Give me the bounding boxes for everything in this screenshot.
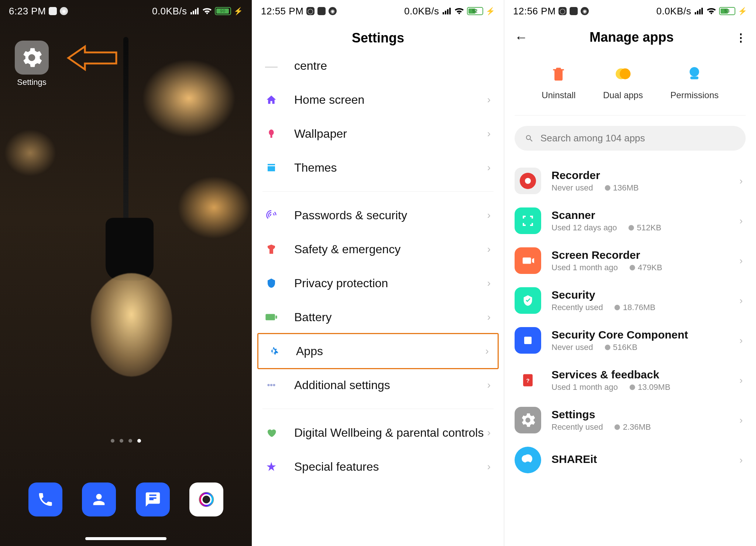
- charging-icon: ⚡: [234, 7, 243, 16]
- chevron-right-icon: ›: [487, 94, 491, 106]
- svg-point-7: [273, 384, 275, 386]
- app-row[interactable]: SecurityRecently used18.76MB›: [504, 281, 756, 320]
- settings-row-special[interactable]: Special features›: [252, 450, 504, 484]
- wifi-icon: [454, 7, 464, 15]
- safety-icon: [262, 240, 280, 258]
- app-icon: [515, 447, 541, 473]
- more-menu-button[interactable]: ⋮: [735, 31, 746, 44]
- chevron-right-icon: ›: [739, 335, 743, 346]
- settings-row-home[interactable]: Home screen›: [252, 83, 504, 117]
- app-name: Services & feedback: [551, 368, 739, 381]
- back-button[interactable]: ←: [515, 30, 528, 45]
- settings-row-themes[interactable]: Themes›: [252, 151, 504, 185]
- svg-point-5: [267, 384, 269, 386]
- fingerprint-icon: [262, 206, 280, 224]
- app-icon: [515, 287, 541, 314]
- app-meta: Used 1 month ago13.09MB: [551, 382, 739, 392]
- settings-row-battery[interactable]: Battery›: [252, 300, 504, 334]
- wellbeing-icon: [262, 424, 280, 442]
- page-dot-active[interactable]: [137, 439, 141, 443]
- setting-label: Additional settings: [294, 378, 487, 392]
- setting-label: Special features: [294, 460, 487, 474]
- settings-row-fingerprint[interactable]: Passwords & security›: [252, 198, 504, 232]
- search-box[interactable]: [515, 126, 746, 151]
- settings-row-safety[interactable]: Safety & emergency›: [252, 232, 504, 266]
- wifi-icon: [202, 7, 212, 15]
- app-row[interactable]: ?Services & feedbackUsed 1 month ago13.0…: [504, 360, 756, 400]
- chevron-right-icon: ›: [487, 379, 491, 391]
- camera-app-icon[interactable]: [189, 483, 223, 516]
- settings-app-label: Settings: [15, 78, 49, 87]
- app-row[interactable]: SettingsRecently used2.36MB›: [504, 400, 756, 440]
- wallpaper-icon: [262, 125, 280, 142]
- setting-label: Apps: [296, 344, 485, 358]
- chevron-right-icon: ›: [487, 427, 491, 439]
- app-size: 512KB: [628, 223, 661, 233]
- themes-icon: [262, 159, 280, 176]
- page-dot[interactable]: [120, 439, 123, 443]
- status-sync-icon: ◉: [581, 7, 589, 15]
- settings-row-privacy[interactable]: Privacy protection›: [252, 266, 504, 300]
- gear-icon: [15, 41, 49, 75]
- battery-icon: 53: [719, 7, 735, 15]
- app-row[interactable]: RecorderNever used136MB›: [504, 161, 756, 201]
- setting-label: Themes: [294, 161, 487, 175]
- svg-point-1: [202, 496, 210, 504]
- chevron-right-icon: ›: [739, 175, 743, 187]
- status-time: 12:56 PM: [513, 6, 556, 17]
- app-row[interactable]: ScannerUsed 12 days ago512KB›: [504, 201, 756, 241]
- contacts-app-icon[interactable]: [82, 483, 116, 516]
- search-input[interactable]: [540, 133, 735, 144]
- top-actions: Uninstall Dual apps Permissions: [515, 52, 746, 116]
- app-size: 13.09MB: [629, 382, 670, 392]
- app-row[interactable]: Security Core ComponentNever used516KB›: [504, 320, 756, 360]
- permissions-action[interactable]: Permissions: [670, 63, 719, 100]
- phone-settings-screen: 12:55 PM ◯ ◉ 0.0KB/s 52 ⚡ Settings — cen…: [252, 0, 504, 546]
- three-phone-tutorial: 6:23 PM ◉ 0.0KB/s 90 ⚡ Settings: [0, 0, 756, 546]
- phone-app-icon[interactable]: [28, 483, 62, 516]
- app-row[interactable]: Screen RecorderUsed 1 month ago479KB›: [504, 241, 756, 281]
- status-notification-icon: [49, 7, 57, 15]
- settings-row-partial[interactable]: — centre: [252, 57, 504, 83]
- setting-label: Battery: [294, 310, 487, 324]
- annotation-arrow-icon: [66, 44, 118, 72]
- app-usage: Never used: [551, 343, 593, 352]
- uninstall-action[interactable]: Uninstall: [542, 63, 575, 100]
- messages-app-icon[interactable]: [136, 483, 170, 516]
- settings-app-shortcut[interactable]: Settings: [15, 41, 49, 87]
- app-meta: Used 12 days ago512KB: [551, 223, 739, 233]
- home-icon: [262, 91, 280, 109]
- app-size: 479KB: [629, 263, 662, 272]
- battery-icon: 52: [467, 7, 483, 15]
- chevron-right-icon: ›: [487, 277, 491, 289]
- page-dot[interactable]: [111, 439, 114, 443]
- svg-rect-3: [265, 314, 275, 320]
- app-icon: ?: [515, 367, 541, 394]
- app-usage: Used 1 month ago: [551, 382, 618, 392]
- status-bar: 12:56 PM ◯ ◉ 0.0KB/s 53 ⚡: [504, 0, 756, 22]
- app-name: Security Core Component: [551, 329, 739, 341]
- battery-icon: [262, 308, 280, 326]
- page-dot[interactable]: [128, 439, 132, 443]
- app-usage: Recently used: [551, 303, 603, 312]
- chevron-right-icon: ›: [487, 162, 491, 174]
- svg-point-10: [690, 67, 700, 77]
- app-meta: Recently used18.76MB: [551, 303, 739, 312]
- app-size: 18.76MB: [614, 303, 655, 312]
- header: ← Manage apps ⋮: [504, 22, 756, 52]
- settings-row-more[interactable]: Additional settings›: [252, 368, 504, 402]
- app-name: Recorder: [551, 169, 739, 182]
- status-bar: 6:23 PM ◉ 0.0KB/s 90 ⚡: [0, 0, 252, 22]
- setting-label: centre: [294, 59, 491, 73]
- status-data-rate: 0.0KB/s: [404, 6, 439, 17]
- status-time: 6:23 PM: [9, 6, 46, 17]
- settings-row-apps[interactable]: Apps›: [258, 334, 498, 368]
- battery-icon: 90: [215, 7, 231, 15]
- dual-apps-action[interactable]: Dual apps: [603, 63, 643, 100]
- app-meta: Never used516KB: [551, 343, 739, 352]
- app-row[interactable]: SHAREit›: [504, 440, 756, 480]
- settings-row-wellbeing[interactable]: Digital Wellbeing & parental controls›: [252, 416, 504, 450]
- settings-row-wallpaper[interactable]: Wallpaper›: [252, 117, 504, 151]
- phone-manage-apps-screen: 12:56 PM ◯ ◉ 0.0KB/s 53 ⚡ ← Manage apps …: [504, 0, 756, 546]
- home-indicator[interactable]: [85, 537, 166, 540]
